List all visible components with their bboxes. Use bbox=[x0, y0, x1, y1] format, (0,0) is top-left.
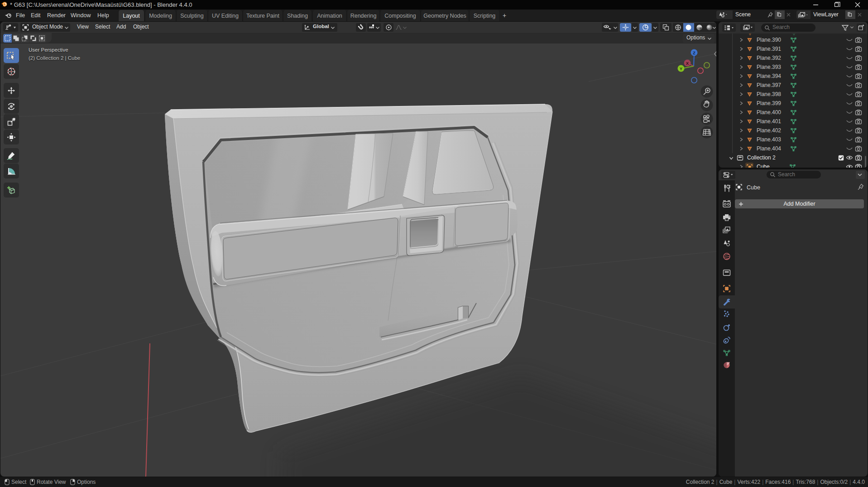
svg-text:Z: Z bbox=[693, 51, 695, 55]
svg-text:Y: Y bbox=[680, 67, 682, 71]
svg-text:X: X bbox=[686, 61, 689, 66]
